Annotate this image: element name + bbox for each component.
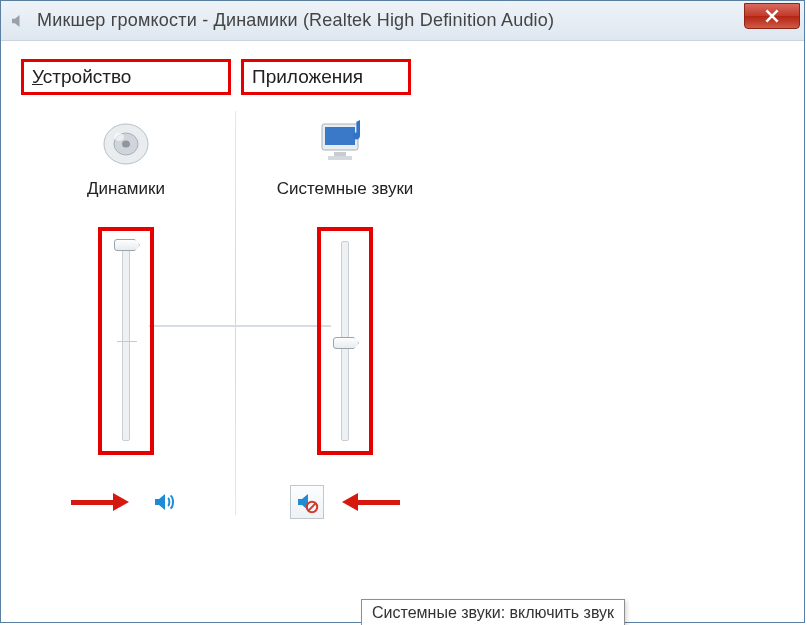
svg-rect-5 [325, 127, 355, 145]
svg-rect-6 [334, 152, 346, 156]
annotation-arrow-icon [342, 495, 400, 509]
applications-header: Приложения [241, 59, 411, 95]
titlebar[interactable]: Микшер громкости - Динамики (Realtek Hig… [1, 1, 804, 41]
app-label: Системные звуки [277, 179, 414, 199]
system-sounds-panel: Системные звуки [240, 101, 450, 535]
sound-muted-icon [295, 490, 319, 514]
divider [235, 111, 236, 515]
close-button[interactable] [744, 3, 800, 29]
svg-point-2 [122, 140, 130, 147]
svg-point-3 [114, 133, 124, 141]
device-panel: Динамики [21, 101, 231, 535]
speaker-device-icon[interactable] [96, 115, 156, 169]
app-mute-button[interactable] [290, 485, 324, 519]
svg-rect-7 [328, 156, 352, 160]
mute-tooltip: Системные звуки: включить звук [361, 599, 625, 625]
channels-row: Динамики [21, 101, 784, 535]
svg-line-9 [308, 503, 315, 510]
sound-on-icon [152, 490, 176, 514]
device-volume-slider[interactable] [98, 227, 154, 455]
app-volume-slider[interactable] [317, 227, 373, 455]
section-headers: Устройство Приложения [21, 59, 784, 95]
annotation-arrow-icon [71, 495, 129, 509]
device-header: Устройство [21, 59, 231, 95]
speaker-icon [9, 12, 27, 30]
close-icon [765, 9, 779, 23]
system-sounds-icon[interactable] [315, 115, 375, 169]
client-area: Устройство Приложения Динамики [1, 41, 804, 622]
volume-mixer-window: Микшер громкости - Динамики (Realtek Hig… [0, 0, 805, 623]
device-label: Динамики [87, 179, 165, 199]
window-title: Микшер громкости - Динамики (Realtek Hig… [37, 10, 554, 31]
device-mute-button[interactable] [147, 485, 181, 519]
